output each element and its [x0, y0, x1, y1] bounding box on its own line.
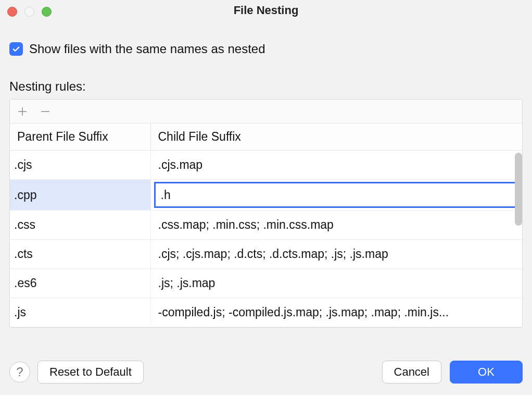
- show-nested-checkbox-row: Show files with the same names as nested: [9, 42, 523, 56]
- help-button[interactable]: ?: [9, 362, 30, 382]
- minimize-window-button[interactable]: [24, 7, 34, 17]
- cancel-button[interactable]: Cancel: [382, 361, 441, 384]
- nesting-rules-table-wrap: Parent File Suffix Child File Suffix .cj…: [9, 99, 523, 328]
- window-title: File Nesting: [0, 4, 532, 17]
- question-icon: ?: [16, 365, 23, 379]
- table-row[interactable]: .cts .cjs; .cjs.map; .d.cts; .d.cts.map;…: [10, 240, 522, 269]
- child-suffix-cell[interactable]: .cjs.map: [150, 151, 522, 180]
- plus-icon: [17, 106, 28, 117]
- child-suffix-cell[interactable]: -compiled.js; -compiled.js.map; .js.map;…: [150, 298, 522, 327]
- show-nested-label: Show files with the same names as nested: [29, 42, 265, 56]
- nesting-rules-label: Nesting rules:: [9, 79, 523, 94]
- dialog-footer: ? Reset to Default Cancel OK: [0, 356, 532, 395]
- column-parent-suffix[interactable]: Parent File Suffix: [10, 124, 150, 151]
- ok-button[interactable]: OK: [450, 361, 523, 384]
- show-nested-checkbox[interactable]: [9, 42, 23, 56]
- file-nesting-dialog: File Nesting Show files with the same na…: [0, 0, 532, 395]
- child-suffix-cell[interactable]: .cjs; .cjs.map; .d.cts; .d.cts.map; .js;…: [150, 240, 522, 269]
- parent-suffix-cell[interactable]: .cjs: [10, 151, 150, 180]
- scrollbar-thumb[interactable]: [515, 153, 522, 226]
- parent-suffix-cell[interactable]: .cpp: [10, 180, 150, 211]
- table-row[interactable]: .cjs .cjs.map: [10, 151, 522, 180]
- titlebar: File Nesting: [0, 0, 532, 21]
- reset-to-default-button[interactable]: Reset to Default: [37, 361, 144, 384]
- table-row[interactable]: .css .css.map; .min.css; .min.css.map: [10, 211, 522, 240]
- add-rule-button[interactable]: [16, 105, 29, 118]
- nesting-rules-table: Parent File Suffix Child File Suffix .cj…: [10, 124, 522, 327]
- parent-suffix-cell[interactable]: .js: [10, 298, 150, 327]
- minus-icon: [40, 106, 51, 117]
- window-controls: [7, 7, 52, 17]
- close-window-button[interactable]: [7, 7, 17, 17]
- parent-suffix-cell[interactable]: .cts: [10, 240, 150, 269]
- parent-suffix-cell[interactable]: .css: [10, 211, 150, 240]
- column-child-suffix[interactable]: Child File Suffix: [150, 124, 522, 151]
- table-toolbar: [10, 100, 522, 124]
- child-suffix-cell-editing[interactable]: .h: [150, 180, 522, 211]
- child-suffix-input[interactable]: .h: [154, 182, 520, 208]
- checkmark-icon: [11, 44, 21, 54]
- zoom-window-button[interactable]: [42, 7, 52, 17]
- table-row[interactable]: .js -compiled.js; -compiled.js.map; .js.…: [10, 298, 522, 327]
- table-row[interactable]: .cpp .h: [10, 180, 522, 211]
- table-header-row: Parent File Suffix Child File Suffix: [10, 124, 522, 151]
- table-row[interactable]: .es6 .js; .js.map: [10, 269, 522, 298]
- child-suffix-cell[interactable]: .css.map; .min.css; .min.css.map: [150, 211, 522, 240]
- parent-suffix-cell[interactable]: .es6: [10, 269, 150, 298]
- child-suffix-cell[interactable]: .js; .js.map: [150, 269, 522, 298]
- remove-rule-button[interactable]: [39, 105, 52, 118]
